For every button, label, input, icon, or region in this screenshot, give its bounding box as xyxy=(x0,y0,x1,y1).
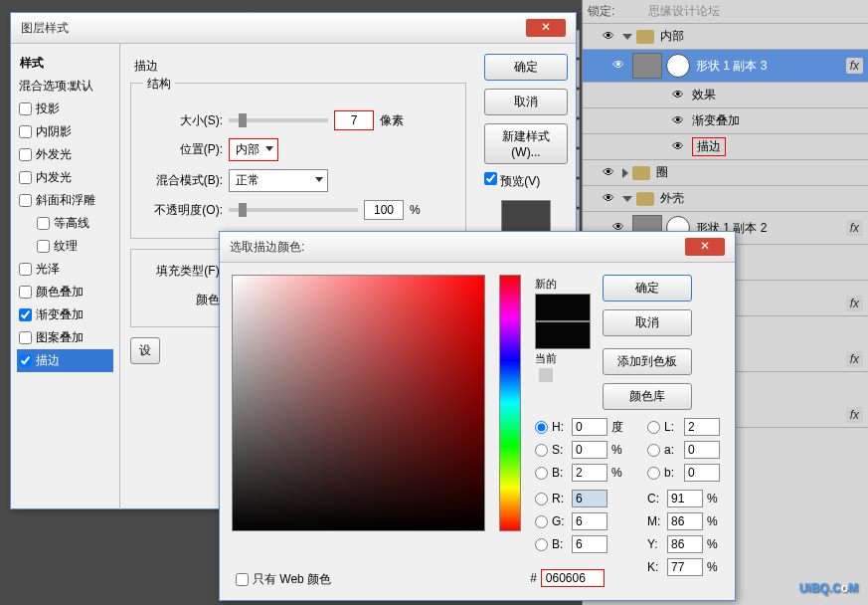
h-input[interactable] xyxy=(572,418,608,436)
checkbox[interactable] xyxy=(19,102,32,115)
checkbox[interactable] xyxy=(19,308,32,321)
set-default-button[interactable]: 设 xyxy=(130,337,160,364)
radio-bb[interactable] xyxy=(535,538,548,551)
layer-stroke-effect[interactable]: 👁 描边 xyxy=(583,134,868,160)
color-library-button[interactable]: 颜色库 xyxy=(603,383,692,410)
checkbox[interactable] xyxy=(37,240,50,253)
layer-shape-copy3[interactable]: 👁 形状 1 副本 3 fx xyxy=(583,50,868,83)
radio-b[interactable] xyxy=(535,467,548,480)
radio-s[interactable] xyxy=(535,444,548,457)
bb-input[interactable] xyxy=(572,535,608,553)
web-only-checkbox[interactable] xyxy=(236,573,249,586)
blending-options[interactable]: 混合选项:默认 xyxy=(17,75,113,98)
disclosure-icon[interactable] xyxy=(622,196,632,202)
new-style-button[interactable]: 新建样式(W)... xyxy=(484,123,568,164)
visibility-icon[interactable]: 👁 xyxy=(672,88,688,103)
cancel-button[interactable]: 取消 xyxy=(484,89,568,115)
visibility-icon[interactable]: 👁 xyxy=(603,165,618,181)
y-input[interactable] xyxy=(667,535,703,553)
style-pattern-overlay[interactable]: 图案叠加 xyxy=(17,326,113,349)
opacity-input[interactable] xyxy=(364,200,404,220)
layer-effect-row[interactable]: 👁 效果 xyxy=(583,83,868,108)
visibility-icon[interactable]: 👁 xyxy=(603,29,618,45)
layer-group-shell[interactable]: 👁 外壳 xyxy=(583,186,868,212)
position-select[interactable]: 内部 xyxy=(229,138,278,161)
ok-button[interactable]: 确定 xyxy=(484,54,568,81)
style-outer-glow[interactable]: 外发光 xyxy=(17,143,113,166)
cube-icon[interactable] xyxy=(539,368,553,382)
radio-b2[interactable] xyxy=(647,467,660,480)
layer-group-circle[interactable]: 👁 圈 xyxy=(583,160,868,186)
m-input[interactable] xyxy=(667,512,703,530)
style-contour[interactable]: 等高线 xyxy=(17,212,113,235)
k-input[interactable] xyxy=(667,558,703,576)
style-color-overlay[interactable]: 颜色叠加 xyxy=(17,281,113,303)
disclosure-icon[interactable] xyxy=(622,168,628,178)
layer-gradient-overlay[interactable]: 👁 渐变叠加 xyxy=(583,108,868,134)
blend-mode-select[interactable]: 正常 xyxy=(229,169,328,192)
dialog-titlebar[interactable]: 图层样式 ✕ xyxy=(11,13,576,44)
fx-badge[interactable]: fx xyxy=(846,407,863,423)
new-color-swatch xyxy=(535,294,591,321)
cancel-button[interactable]: 取消 xyxy=(603,309,692,336)
fx-badge[interactable]: fx xyxy=(846,351,863,367)
style-satin[interactable]: 光泽 xyxy=(17,258,113,281)
color-preview: 新的 当前 xyxy=(535,275,591,408)
layer-mask[interactable] xyxy=(666,54,690,78)
layer-group-inner[interactable]: 👁 内部 xyxy=(583,24,868,50)
color-field[interactable] xyxy=(232,275,485,531)
radio-g[interactable] xyxy=(535,515,548,528)
size-slider[interactable] xyxy=(229,118,328,122)
group-label: 外壳 xyxy=(660,190,863,207)
preview-checkbox[interactable] xyxy=(484,172,497,185)
radio-l[interactable] xyxy=(647,421,660,434)
c-input[interactable] xyxy=(667,490,703,507)
b-input[interactable] xyxy=(572,464,608,482)
checkbox[interactable] xyxy=(19,171,32,184)
checkbox[interactable] xyxy=(19,125,32,138)
visibility-icon[interactable]: 👁 xyxy=(603,191,618,207)
checkbox[interactable] xyxy=(19,263,32,276)
style-texture[interactable]: 纹理 xyxy=(17,235,113,258)
visibility-icon[interactable]: 👁 xyxy=(672,139,688,155)
style-bevel[interactable]: 斜面和浮雕 xyxy=(17,189,113,212)
preview-label: 预览(V) xyxy=(500,174,540,188)
checkbox[interactable] xyxy=(19,331,32,344)
r-input[interactable] xyxy=(572,490,608,507)
unit-px: 像素 xyxy=(380,112,404,129)
checkbox[interactable] xyxy=(19,194,32,207)
disclosure-icon[interactable] xyxy=(622,34,632,40)
opacity-slider[interactable] xyxy=(229,208,358,212)
checkbox[interactable] xyxy=(19,354,32,367)
visibility-icon[interactable]: 👁 xyxy=(612,58,628,74)
checkbox[interactable] xyxy=(37,217,50,230)
b2-input[interactable] xyxy=(684,464,720,482)
a-input[interactable] xyxy=(684,441,720,459)
radio-r[interactable] xyxy=(535,493,548,505)
fx-badge[interactable]: fx xyxy=(846,58,863,74)
layer-thumb[interactable] xyxy=(632,53,662,79)
s-input[interactable] xyxy=(572,441,608,459)
visibility-icon[interactable]: 👁 xyxy=(672,113,688,129)
style-stroke[interactable]: 描边 xyxy=(17,349,113,372)
size-input[interactable] xyxy=(334,110,374,130)
checkbox[interactable] xyxy=(19,148,32,161)
dialog-titlebar[interactable]: 选取描边颜色: ✕ xyxy=(220,232,735,263)
ok-button[interactable]: 确定 xyxy=(603,275,692,302)
g-input[interactable] xyxy=(572,512,608,530)
hex-input[interactable] xyxy=(541,569,605,587)
style-inner-glow[interactable]: 内发光 xyxy=(17,166,113,189)
hue-slider[interactable] xyxy=(499,275,521,531)
checkbox[interactable] xyxy=(19,286,32,299)
close-button[interactable]: ✕ xyxy=(526,19,566,37)
fx-badge[interactable]: fx xyxy=(846,296,863,311)
close-button[interactable]: ✕ xyxy=(685,238,725,256)
style-inner-shadow[interactable]: 内阴影 xyxy=(17,120,113,143)
style-gradient-overlay[interactable]: 渐变叠加 xyxy=(17,303,113,326)
radio-a[interactable] xyxy=(647,444,660,457)
radio-h[interactable] xyxy=(535,421,548,434)
add-swatch-button[interactable]: 添加到色板 xyxy=(603,348,692,375)
fx-badge[interactable]: fx xyxy=(846,220,863,236)
l-input[interactable] xyxy=(684,418,720,436)
style-drop-shadow[interactable]: 投影 xyxy=(17,98,113,120)
